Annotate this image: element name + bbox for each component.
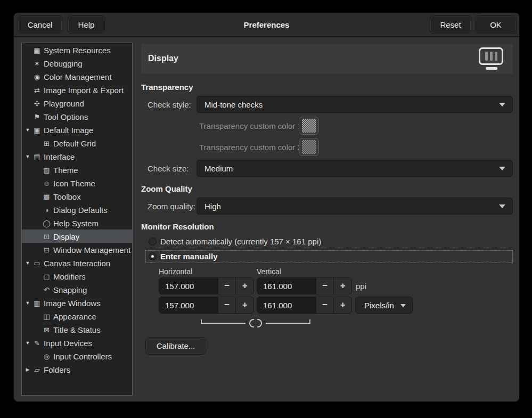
sidebar-item-folders[interactable]: ▶▱Folders: [22, 363, 132, 376]
zoom-quality-dropdown[interactable]: High: [197, 198, 513, 215]
expander-open-icon[interactable]: ▼: [24, 154, 31, 159]
sidebar-item-label: Image Windows: [44, 298, 101, 307]
sidebar-item-label: Color Management: [44, 72, 112, 81]
sidebar-item-toolbox[interactable]: ▩Toolbox: [22, 190, 132, 203]
sidebar-item-snapping[interactable]: ↶Snapping: [22, 283, 132, 296]
chevron-down-icon: [499, 204, 505, 208]
check-size-dropdown[interactable]: Medium: [197, 160, 513, 177]
sidebar-item-image-windows[interactable]: ▼▥Image Windows: [22, 296, 132, 309]
horizontal-ppi-input[interactable]: 157.000: [159, 278, 218, 294]
sidebar-item-image-import-export[interactable]: ⇄Image Import & Export: [22, 83, 132, 96]
vertical-units-input[interactable]: 161.000: [257, 297, 316, 313]
increment-button[interactable]: +: [235, 278, 253, 294]
link-chain-toggle[interactable]: [201, 317, 310, 329]
sidebar-item-theme[interactable]: ▧Theme: [22, 163, 132, 176]
sidebar-item-color-management[interactable]: ◉Color Management: [22, 70, 132, 83]
chevron-down-icon: [400, 304, 406, 307]
sidebar-item-default-image[interactable]: ▼▣Default Image: [22, 123, 132, 136]
ppi-unit-label: ppi: [356, 282, 366, 291]
title-status-icon: ⊠: [42, 325, 51, 333]
icon-theme-icon: ☺: [42, 179, 51, 187]
dialog-defaults-icon: ◑: [42, 206, 51, 214]
decrement-button[interactable]: −: [316, 278, 334, 294]
zoom-quality-label: Zoom quality:: [148, 202, 195, 211]
help-button[interactable]: Help: [68, 15, 105, 34]
increment-button[interactable]: +: [333, 278, 351, 294]
check-style-dropdown[interactable]: Mid-tone checks: [197, 96, 513, 113]
sidebar-item-playground[interactable]: ✣Playground: [22, 96, 132, 110]
sidebar-item-label: Default Grid: [53, 138, 96, 147]
sidebar-item-display[interactable]: ⊡Display: [22, 230, 132, 243]
sidebar-item-label: Canvas Interaction: [44, 258, 110, 267]
grid-icon: ⊞: [42, 139, 51, 147]
sidebar-item-label: Window Management: [53, 245, 130, 254]
decrement-button[interactable]: −: [218, 297, 236, 313]
sidebar-item-label: Modifiers: [53, 272, 86, 281]
reset-button[interactable]: Reset: [430, 15, 471, 34]
theme-icon: ▧: [42, 166, 51, 174]
increment-button[interactable]: +: [333, 297, 351, 313]
sidebar-item-default-grid[interactable]: ⊞Default Grid: [22, 136, 132, 150]
help-system-icon: ◯: [42, 219, 51, 227]
custom-color1-swatch-button[interactable]: [299, 117, 319, 135]
bug-icon: ✶: [32, 59, 42, 67]
page-header: Display: [141, 44, 513, 73]
color-circles-icon: ◉: [32, 72, 42, 80]
sidebar-item-label: Dialog Defaults: [53, 205, 108, 214]
monitor-icon: [479, 47, 504, 70]
sidebar-item-label: Playground: [44, 99, 84, 108]
expander-open-icon[interactable]: ▼: [24, 340, 31, 346]
sidebar-item-input-devices[interactable]: ▼✎Input Devices: [22, 336, 132, 349]
transparency-heading: Transparency: [141, 83, 193, 92]
decrement-button[interactable]: −: [218, 278, 236, 294]
sidebar-item-icon-theme[interactable]: ☺Icon Theme: [22, 176, 132, 190]
resolution-unit-dropdown[interactable]: Pixels/in: [355, 297, 413, 314]
sidebar-item-label: Image Import & Export: [44, 85, 124, 94]
sidebar-item-label: System Resources: [44, 45, 111, 54]
sidebar-item-interface[interactable]: ▼▤Interface: [22, 150, 132, 163]
increment-button[interactable]: +: [235, 297, 253, 313]
custom-color2-swatch-button[interactable]: [299, 138, 319, 156]
sidebar-item-appearance[interactable]: ◫Appearance: [22, 309, 132, 323]
horizontal-units-input[interactable]: 157.000: [159, 297, 218, 313]
sidebar-item-modifiers[interactable]: ▢Modifiers: [22, 269, 132, 283]
sidebar-item-input-controllers[interactable]: ◎Input Controllers: [22, 349, 132, 363]
tool-options-icon: ⚑: [32, 112, 42, 120]
sidebar-item-window-management[interactable]: ⊟Window Management: [22, 243, 132, 256]
sidebar-item-system-resources[interactable]: ▦System Resources: [22, 43, 132, 56]
input-devices-icon: ✎: [32, 339, 42, 347]
snapping-icon: ↶: [42, 285, 51, 293]
decrement-button[interactable]: −: [316, 297, 334, 313]
sidebar-tree: ▦System Resources✶Debugging◉Color Manage…: [21, 43, 133, 396]
expander-open-icon[interactable]: ▼: [24, 260, 31, 266]
checkerboard-swatch: [302, 119, 316, 133]
sidebar-item-debugging[interactable]: ✶Debugging: [22, 56, 132, 70]
sidebar-item-label: Title & Status: [53, 325, 101, 334]
sidebar-item-help-system[interactable]: ◯Help System: [22, 216, 132, 230]
sidebar-item-canvas-interaction[interactable]: ▼▭Canvas Interaction: [22, 256, 132, 269]
sidebar-item-label: Display: [53, 232, 79, 241]
cancel-button[interactable]: Cancel: [18, 15, 62, 34]
chain-line: [266, 323, 310, 324]
ok-button[interactable]: OK: [475, 15, 517, 34]
display-icon: ⊡: [42, 232, 51, 240]
sidebar-item-tool-options[interactable]: ⚑Tool Options: [22, 110, 132, 123]
sidebar-item-title-status[interactable]: ⊠Title & Status: [22, 323, 132, 336]
chip-icon: ▦: [32, 46, 42, 54]
page-title: Display: [148, 54, 178, 63]
expander-closed-icon[interactable]: ▶: [24, 367, 31, 372]
detect-automatically-radio[interactable]: [149, 237, 157, 245]
dialog-title: Preferences: [244, 20, 290, 29]
expander-open-icon[interactable]: ▼: [24, 127, 31, 133]
vertical-ppi-input[interactable]: 161.000: [257, 278, 316, 294]
sidebar-item-label: Default Image: [44, 125, 93, 134]
expander-open-icon[interactable]: ▼: [24, 300, 31, 306]
toolbox-icon: ▩: [42, 192, 51, 200]
input-controllers-icon: ◎: [42, 352, 51, 360]
zoom-quality-value: High: [204, 202, 221, 211]
horizontal-units-spinbox: 157.000 − +: [159, 297, 254, 314]
horizontal-column-label: Horizontal: [159, 267, 192, 276]
calibrate-button[interactable]: Calibrate...: [145, 337, 206, 355]
sidebar-item-dialog-defaults[interactable]: ◑Dialog Defaults: [22, 203, 132, 216]
enter-manually-radio[interactable]: [149, 252, 157, 260]
